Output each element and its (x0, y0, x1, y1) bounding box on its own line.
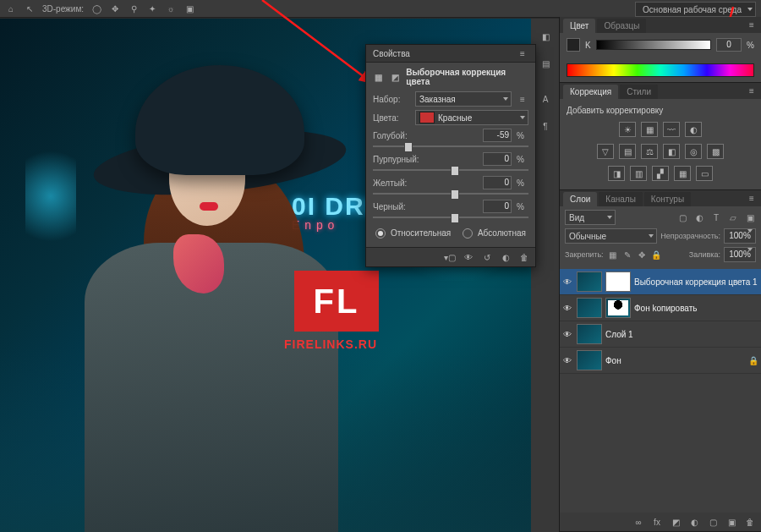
opacity-value[interactable]: 100% (724, 228, 756, 244)
orbit-icon[interactable]: ◯ (90, 3, 102, 14)
layer-name[interactable]: Слой 1 (605, 330, 759, 339)
layer-thumbnail[interactable] (577, 350, 602, 370)
colors-dropdown[interactable]: Красные (415, 110, 528, 125)
new-fill-adj-icon[interactable]: ◐ (688, 516, 700, 528)
visibility-icon[interactable]: 👁 (561, 328, 573, 340)
levels-icon[interactable]: ▦ (641, 122, 658, 137)
brightness-icon[interactable]: ☀ (619, 122, 636, 137)
channel-k-value[interactable]: 0 (716, 38, 742, 52)
toggle-visibility-icon[interactable]: ◐ (500, 251, 512, 263)
camera-icon[interactable]: ▣ (183, 3, 195, 14)
cursor-icon[interactable]: ↖ (24, 3, 36, 14)
tab-paths[interactable]: Контуры (644, 192, 691, 206)
black-slider[interactable] (373, 213, 528, 222)
view-previous-icon[interactable]: 👁 (463, 251, 474, 263)
properties-panel-tab[interactable]: Свойства ≡ (366, 45, 535, 63)
invert-icon[interactable]: ◨ (608, 166, 625, 181)
new-group-icon[interactable]: ▢ (707, 516, 719, 528)
cyan-slider[interactable] (373, 142, 528, 151)
black-value[interactable]: 0 (483, 200, 512, 213)
delete-adjust-icon[interactable]: 🗑 (518, 251, 530, 263)
channel-k-slider[interactable] (596, 40, 711, 50)
history-icon[interactable]: ◧ (538, 29, 553, 44)
lock-position-icon[interactable]: ✥ (636, 249, 648, 261)
clip-to-layer-icon[interactable]: ▾▢ (444, 251, 456, 263)
color-spectrum[interactable] (567, 63, 754, 77)
layer-item[interactable]: 👁 Выборочная коррекция цвета 1 (560, 269, 761, 295)
tab-layers[interactable]: Слои (563, 192, 597, 206)
cyan-value[interactable]: -59 (483, 129, 512, 142)
visibility-icon[interactable]: 👁 (561, 302, 573, 314)
layer-thumbnail[interactable] (577, 298, 602, 318)
layer-mask-thumbnail[interactable] (605, 271, 631, 292)
tab-styles[interactable]: Стили (620, 85, 658, 99)
tab-adjustments[interactable]: Коррекция (563, 85, 618, 99)
blend-mode-dropdown[interactable]: Обычные (565, 228, 657, 244)
layer-thumbnail[interactable] (577, 271, 602, 292)
filter-adjust-icon[interactable]: ◐ (693, 211, 705, 223)
character-icon[interactable]: A (538, 91, 553, 107)
yellow-slider[interactable] (373, 189, 528, 198)
lock-transparency-icon[interactable]: ▦ (607, 249, 619, 261)
layer-thumbnail[interactable] (577, 324, 602, 344)
preset-dropdown[interactable]: Заказная (415, 91, 512, 107)
layer-mask-icon[interactable]: ◩ (670, 516, 682, 528)
layer-item[interactable]: 👁 Слой 1 (560, 321, 761, 348)
selective-color-icon[interactable]: ▦ (674, 166, 691, 181)
posterize-icon[interactable]: ▥ (630, 166, 647, 181)
move-icon[interactable]: ✦ (146, 3, 158, 14)
lock-pixels-icon[interactable]: ✎ (621, 249, 633, 261)
layer-filter-kind[interactable]: Вид (565, 210, 616, 225)
layer-item[interactable]: 👁 Фон 🔒 (560, 348, 761, 374)
link-layers-icon[interactable]: ∞ (632, 516, 644, 528)
tab-swatches[interactable]: Образцы (597, 19, 646, 33)
gradient-map-icon[interactable]: ▭ (696, 166, 713, 181)
tab-channels[interactable]: Каналы (599, 192, 643, 206)
actions-icon[interactable]: ▤ (538, 56, 553, 71)
yellow-value[interactable]: 0 (483, 176, 512, 189)
lock-all-icon[interactable]: 🔒 (650, 249, 662, 261)
magenta-slider[interactable] (373, 166, 528, 174)
foreground-swatch[interactable] (567, 38, 580, 52)
curves-icon[interactable]: 〰 (663, 122, 680, 137)
color-balance-icon[interactable]: ⚖ (641, 144, 658, 159)
layer-mask-thumbnail[interactable] (605, 298, 631, 318)
photo-filter-icon[interactable]: ◎ (685, 144, 702, 159)
mode-relative-radio[interactable]: Относительная (375, 228, 451, 239)
new-layer-icon[interactable]: ▣ (725, 516, 737, 528)
visibility-icon[interactable]: 👁 (561, 354, 573, 366)
fill-value[interactable]: 100% (724, 247, 756, 262)
tab-color[interactable]: Цвет (563, 19, 595, 33)
panel-menu-icon[interactable]: ≡ (746, 19, 758, 30)
layer-name[interactable]: Фон (605, 356, 744, 365)
filter-type-icon[interactable]: T (710, 211, 722, 223)
preset-menu-icon[interactable]: ≡ (517, 93, 528, 105)
zoom-icon[interactable]: ⚲ (128, 3, 140, 14)
filter-pixel-icon[interactable]: ▢ (676, 211, 688, 223)
paragraph-icon[interactable]: ¶ (538, 118, 553, 134)
delete-layer-icon[interactable]: 🗑 (744, 516, 756, 528)
pan-icon[interactable]: ✥ (109, 3, 121, 14)
panel-menu-icon[interactable]: ≡ (746, 85, 758, 96)
layer-fx-icon[interactable]: fx (651, 516, 663, 528)
workspace-dropdown[interactable]: Основная рабочая среда (635, 2, 756, 17)
light-icon[interactable]: ☼ (165, 3, 177, 14)
filter-shape-icon[interactable]: ▱ (727, 211, 739, 223)
channel-mixer-icon[interactable]: ▩ (707, 144, 724, 159)
mode-absolute-radio[interactable]: Абсолютная (463, 228, 526, 239)
reset-icon[interactable]: ↺ (481, 251, 493, 263)
bw-icon[interactable]: ◧ (663, 144, 680, 159)
vibrance-icon[interactable]: ▽ (597, 144, 614, 159)
layer-item[interactable]: 👁 Фон kопировать (560, 295, 761, 321)
filter-smart-icon[interactable]: ▣ (744, 211, 756, 223)
threshold-icon[interactable]: ▞ (652, 166, 669, 181)
home-icon[interactable]: ⌂ (5, 3, 17, 14)
visibility-icon[interactable]: 👁 (561, 276, 573, 288)
exposure-icon[interactable]: ◐ (685, 122, 702, 137)
hue-sat-icon[interactable]: ▤ (619, 144, 636, 159)
layer-name[interactable]: Фон kопировать (634, 304, 759, 313)
panel-menu-icon[interactable]: ≡ (517, 47, 528, 59)
panel-menu-icon[interactable]: ≡ (746, 192, 758, 204)
magenta-value[interactable]: 0 (483, 152, 512, 166)
layer-name[interactable]: Выборочная коррекция цвета 1 (634, 277, 759, 287)
